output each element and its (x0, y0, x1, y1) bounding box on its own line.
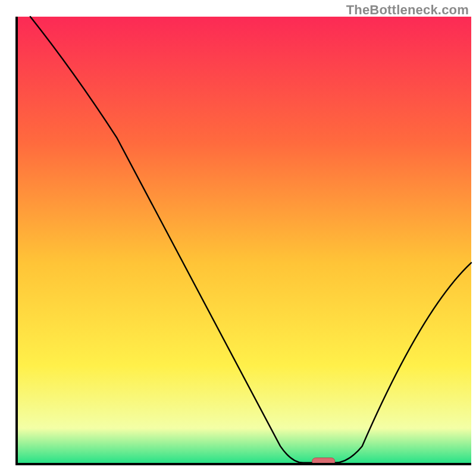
bottleneck-chart (0, 0, 476, 476)
plot-background (17, 17, 471, 464)
watermark-text: TheBottleneck.com (346, 2, 469, 18)
chart-container: TheBottleneck.com (0, 0, 476, 476)
